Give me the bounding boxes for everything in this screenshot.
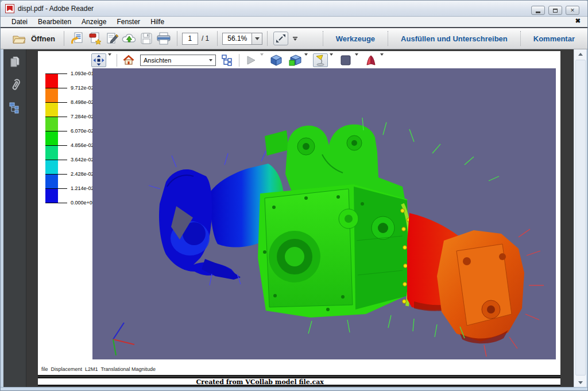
legend-tick-line — [45, 88, 67, 88]
legend-tick-line — [45, 160, 67, 160]
legend-tick-label: 4.856e-02 — [71, 142, 94, 148]
projection-dropdown[interactable] — [303, 53, 309, 67]
created-from-label: Created from VCollab model file.cax — [38, 378, 482, 386]
menu-bearbeiten[interactable]: Bearbeiten — [33, 17, 76, 26]
projection-mode-button[interactable] — [288, 53, 303, 67]
legend-band — [45, 145, 58, 160]
chevron-down-icon — [355, 53, 358, 56]
rotate-tool-dropdown[interactable] — [106, 53, 113, 67]
zoom-control[interactable]: 56.1% — [222, 33, 262, 45]
model-tree-icon[interactable] — [8, 101, 22, 115]
views-dropdown[interactable]: Ansichten — [140, 55, 216, 66]
menu-datei[interactable]: Datei — [6, 17, 33, 26]
zoom-dropdown-button[interactable] — [252, 33, 262, 45]
menu-hilfe[interactable]: Hilfe — [145, 17, 169, 26]
open-button[interactable]: Öffnen — [6, 29, 59, 48]
save-icon[interactable] — [139, 32, 154, 45]
legend-band — [45, 117, 58, 131]
legend-tick-label: 3.642e-02 — [71, 157, 94, 162]
task-panes: Werkzeuge Ausfüllen und Unterschreiben K… — [318, 31, 583, 46]
fill-sign-icon[interactable] — [105, 32, 119, 45]
legend-tick-label: 8.498e-02 — [71, 99, 94, 105]
scroll-up-button[interactable] — [574, 49, 587, 59]
minimize-button[interactable] — [531, 6, 545, 15]
tools-pane-button[interactable]: Werkzeuge — [328, 34, 383, 43]
page-number-input[interactable]: 1 — [182, 33, 198, 45]
legend-tick-line — [45, 117, 67, 117]
legend-band — [45, 131, 58, 145]
folder-icon — [11, 32, 26, 45]
legend-tick-line — [45, 188, 67, 189]
maximize-icon — [553, 9, 558, 13]
legend-band — [45, 102, 58, 117]
rotate-pan-button[interactable] — [91, 53, 106, 67]
legend-band — [45, 88, 58, 102]
fit-window-button[interactable] — [273, 32, 288, 45]
legend-band — [45, 160, 58, 174]
background-color-dropdown[interactable] — [353, 53, 359, 67]
title-bar[interactable]: displ.pdf - Adobe Reader ✕ — [1, 1, 588, 17]
play-animation-button[interactable] — [243, 53, 258, 67]
comment-pane-button[interactable]: Kommentar — [525, 34, 583, 43]
send-file-icon[interactable] — [70, 32, 85, 45]
menu-anzeige[interactable]: Anzeige — [76, 17, 111, 26]
lighting-dropdown[interactable] — [328, 53, 334, 67]
home-view-button[interactable] — [121, 53, 136, 67]
page-thumbnails-icon[interactable] — [8, 55, 22, 69]
scroll-down-button[interactable] — [574, 378, 587, 387]
legend-tick-label: 1.214e-02 — [71, 185, 94, 191]
viewport-3d[interactable] — [92, 68, 556, 359]
main-toolbar: Öffnen 1 / 1 56.1% — [1, 28, 588, 49]
cross-section-dropdown[interactable] — [378, 53, 385, 67]
toggle-model-tree-button[interactable] — [220, 53, 235, 67]
legend-tick-label: 1.093e-01 — [71, 71, 94, 76]
cloud-upload-icon[interactable] — [122, 32, 137, 45]
views-dropdown-value: Ansichten — [144, 57, 171, 64]
legend-bands — [45, 73, 58, 203]
legend-band — [45, 174, 58, 188]
pdf-page: Ansichten — [38, 51, 560, 376]
document-canvas[interactable]: Ansichten — [26, 49, 574, 387]
background-color-button[interactable] — [338, 53, 353, 67]
pdf-app-icon — [5, 4, 14, 13]
legend-tick-label: 0.000e+00 — [71, 200, 95, 206]
legend-band — [45, 188, 58, 203]
legend-tick-label: 9.712e-02 — [71, 85, 94, 91]
window-frame-bottom — [1, 387, 588, 391]
close-button[interactable]: ✕ — [566, 6, 579, 15]
legend-tick-line — [45, 102, 67, 103]
scrollbar-thumb[interactable] — [575, 60, 586, 375]
chevron-down-icon — [209, 59, 212, 61]
attachments-icon[interactable] — [8, 78, 22, 92]
lighting-button[interactable] — [313, 53, 328, 67]
legend-tick-line — [45, 203, 67, 203]
close-toolbar-icon[interactable]: ✖ — [575, 17, 581, 25]
chevron-down-icon — [330, 53, 333, 56]
cross-section-button[interactable] — [363, 53, 378, 67]
window-title: displ.pdf - Adobe Reader — [18, 5, 94, 13]
axis-triad — [113, 323, 134, 355]
app-window: displ.pdf - Adobe Reader ✕ Datei Bearbei… — [0, 0, 588, 391]
fill-sign-pane-button[interactable]: Ausfüllen und Unterschreiben — [393, 34, 516, 43]
3d-toolbar: Ansichten — [91, 52, 385, 68]
menu-fenster[interactable]: Fenster — [111, 17, 145, 26]
legend-tick-line — [45, 174, 67, 175]
page-total-label: / 1 — [202, 34, 209, 42]
3d-model-canvas[interactable] — [92, 68, 556, 359]
vertical-scrollbar[interactable] — [574, 49, 586, 387]
open-label: Öffnen — [31, 34, 55, 43]
legend-tick-line — [45, 73, 67, 74]
zoom-value[interactable]: 56.1% — [222, 33, 252, 45]
create-pdf-icon[interactable] — [87, 32, 102, 45]
legend-tick-line — [45, 145, 67, 146]
animation-dropdown[interactable] — [258, 53, 265, 67]
legend-tick-line — [45, 131, 67, 131]
arrow-up-icon — [578, 53, 583, 56]
more-tools-icon[interactable] — [293, 37, 297, 41]
page-footer-strip: Created from VCollab model file.cax — [38, 377, 560, 386]
render-mode-button[interactable] — [269, 53, 284, 67]
print-icon[interactable] — [156, 32, 171, 45]
chevron-down-icon — [255, 37, 260, 40]
maximize-button[interactable] — [548, 6, 562, 15]
result-status-line: file Displacement L2M1 Translational Mag… — [41, 366, 156, 372]
